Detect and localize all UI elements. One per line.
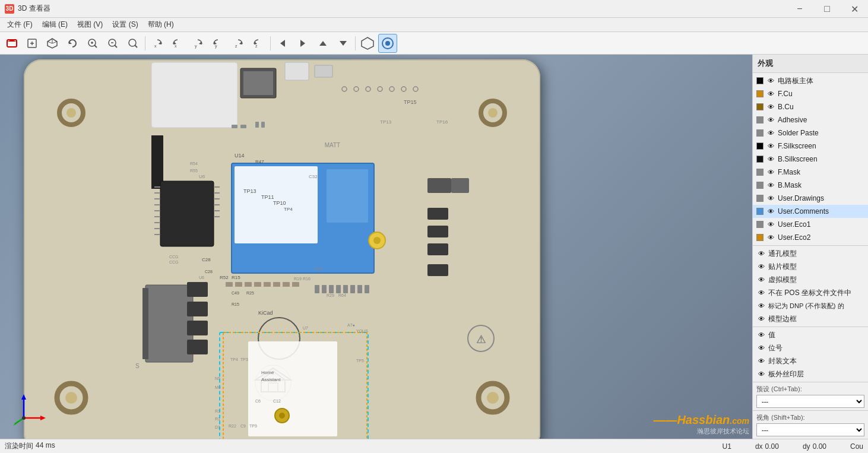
layer-user-drawings[interactable]: 👁 User.Drawings [753,192,868,205]
view-top-button[interactable] [378,34,397,53]
layer-eye-ueco2[interactable]: 👁 [766,233,775,242]
nav-right-button[interactable] [293,34,312,53]
zoom-fit-button[interactable] [123,34,142,53]
zoom-in-button[interactable] [83,34,102,53]
layer-eye-board[interactable]: 👁 [766,76,775,85]
watermark: ——Hassbian.com 瀚思彼岸技术论坛 [653,413,749,436]
rotate-z-ccw-button[interactable]: z [249,34,268,53]
layer-eye-bmask[interactable]: 👁 [766,180,775,190]
toolbar: x x y y z z [0,32,868,55]
angle-label: 视角 (Shift+Tab): [756,413,864,422]
toolbar-sep-2 [270,36,271,50]
section-smd[interactable]: 👁 贴片模型 [753,260,868,273]
section-not-in-pos[interactable]: 👁 不在 POS 坐标文件文件中 [753,286,868,299]
layer-solder-paste[interactable]: 👁 Solder Paste [753,126,868,140]
open-button[interactable] [2,34,21,53]
center-ref-label: U1 [723,442,731,451]
label-footprint-text: 封装文本 [768,356,797,366]
layer-board-body[interactable]: 👁 电路板主体 [753,74,868,87]
layer-eye-ueco1[interactable]: 👁 [766,220,775,229]
layer-name-fsilk: F.Silkscreen [778,142,816,150]
extra-value[interactable]: 👁 值 [753,328,868,341]
menu-file[interactable]: 文件 (F) [2,18,37,31]
layer-fcu[interactable]: 👁 F.Cu [753,87,868,100]
eye-offboard-silk[interactable]: 👁 [756,369,766,379]
rotate-z-cw-button[interactable]: z [229,34,248,53]
svg-marker-9 [69,41,72,44]
layer-color-solder [756,129,764,137]
render-time-item: 渲染时间 44 ms [5,441,55,451]
layer-eye-fsilk[interactable]: 👁 [766,141,775,151]
layer-color-bmask [756,182,764,189]
layer-fmask[interactable]: 👁 F.Mask [753,166,868,179]
layer-eye-adhesive[interactable]: 👁 [766,115,775,125]
section-through-hole[interactable]: 👁 通孔模型 [753,247,868,260]
layer-name-solder: Solder Paste [778,129,819,137]
menu-view[interactable]: 视图 (V) [72,18,107,31]
layer-eye-udraw[interactable]: 👁 [766,194,775,203]
view-3d-button[interactable] [358,34,377,53]
layer-bmask[interactable]: 👁 B.Mask [753,179,868,192]
3d-viewport[interactable]: ⚠ U14 C32 TP13 TP11 TP10 TP4 U6 R52 R15 … [0,55,752,439]
rotate-y-cw-button[interactable]: y [188,34,207,53]
layer-eye-bcu[interactable]: 👁 [766,102,775,112]
nav-left-button[interactable] [273,34,292,53]
minimize-button[interactable]: − [786,0,813,18]
layer-eye-fcu[interactable]: 👁 [766,89,775,99]
layer-eye-bsilk[interactable]: 👁 [766,154,775,164]
eye-value[interactable]: 👁 [756,330,766,340]
layer-fsilk[interactable]: 👁 F.Silkscreen [753,140,868,153]
toolbar-sep-1 [145,36,145,50]
main-layout: ⚠ U14 C32 TP13 TP11 TP10 TP4 U6 R52 R15 … [0,55,868,439]
cube-button[interactable] [43,34,62,53]
rotate-x-ccw-button[interactable]: x [168,34,187,53]
svg-line-18 [135,45,137,47]
layer-eye-solder[interactable]: 👁 [766,128,775,138]
layer-color-fmask [756,169,764,176]
eye-footprint-text[interactable]: 👁 [756,356,766,366]
extra-ref[interactable]: 👁 位号 [753,341,868,354]
close-button[interactable]: ✕ [841,0,868,18]
menu-settings[interactable]: 设置 (S) [107,18,142,31]
layer-adhesive[interactable]: 👁 Adhesive [753,113,868,126]
preset-select[interactable]: --- [756,395,864,408]
extra-footprint-text[interactable]: 👁 封装文本 [753,354,868,368]
nav-up-button[interactable] [313,34,332,53]
layer-bsilk[interactable]: 👁 B.Silkscreen [753,153,868,166]
extra-offboard-silk[interactable]: 👁 板外丝印层 [753,368,868,381]
layer-user-eco2[interactable]: 👁 User.Eco2 [753,231,868,244]
angle-select[interactable]: --- [756,423,864,436]
layer-name-bcu: B.Cu [778,103,794,111]
section-virtual[interactable]: 👁 虚拟模型 [753,273,868,286]
eye-ref[interactable]: 👁 [756,343,766,353]
layer-color-bcu [756,103,764,110]
nav-down-button[interactable] [334,34,353,53]
rotate-x-cw-button[interactable]: x [148,34,167,53]
right-panel-content[interactable]: 👁 电路板主体 👁 F.Cu 👁 B.Cu 👁 Adhesive 👁 [753,73,868,382]
eye-not-in-pos[interactable]: 👁 [756,288,766,297]
watermark-subtext: 瀚思彼岸技术论坛 [653,427,749,436]
eye-model-bbox[interactable]: 👁 [756,314,766,324]
layer-eye-fmask[interactable]: 👁 [766,167,775,177]
eye-smd[interactable]: 👁 [756,262,766,271]
layer-user-comments[interactable]: 👁 User.Comments [753,205,868,218]
render-time-label: 渲染时间 [5,441,33,451]
refresh-button[interactable] [63,34,82,53]
dx-label: dx [755,442,763,451]
layer-user-eco1[interactable]: 👁 User.Eco1 [753,218,868,231]
menu-edit[interactable]: 编辑 (E) [37,18,72,31]
export-button[interactable] [23,34,42,53]
maximize-button[interactable]: □ [813,0,841,18]
section-dnp[interactable]: 👁 标记为 DNP (不作装配) 的 [753,299,868,312]
rotate-y-ccw-button[interactable]: y [208,34,227,53]
dy-value: 0.00 [813,442,826,451]
eye-through-hole[interactable]: 👁 [756,249,766,258]
menu-help[interactable]: 帮助 (H) [143,18,179,31]
eye-dnp[interactable]: 👁 [756,301,766,311]
zoom-out-button[interactable] [103,34,122,53]
layer-name-board: 电路板主体 [778,76,813,86]
eye-virtual[interactable]: 👁 [756,275,766,284]
section-model-bbox[interactable]: 👁 模型边框 [753,312,868,325]
layer-bcu[interactable]: 👁 B.Cu [753,100,868,113]
layer-eye-ucomments[interactable]: 👁 [766,207,775,216]
